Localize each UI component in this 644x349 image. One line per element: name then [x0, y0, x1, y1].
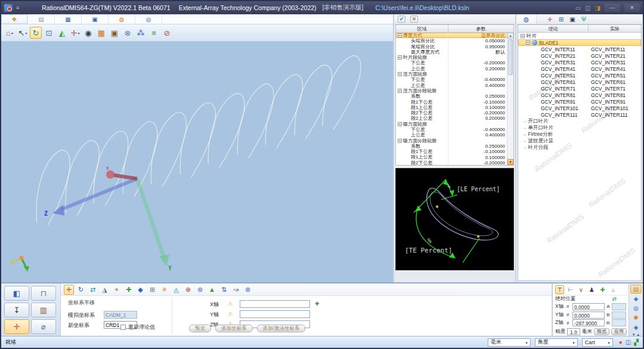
feature-filter-icon[interactable]: ≡ [148, 27, 160, 39]
param-row[interactable]: 系数 0.250000 [396, 94, 513, 99]
param-value[interactable] [448, 88, 513, 94]
param-value[interactable]: 默认 [448, 49, 513, 55]
param-value[interactable]: 边界百分比 [448, 33, 513, 38]
camera-capture-icon[interactable]: ▣ [568, 15, 577, 23]
collapse-icon[interactable] [521, 34, 525, 38]
param-row[interactable]: 厚度方式 边界百分比 [396, 33, 513, 38]
add-activate-csys-button[interactable]: 添加/激活坐标系 [257, 325, 306, 332]
position-preview-button[interactable]: 预览 [594, 328, 609, 335]
column-theoretical[interactable]: 理论 [518, 25, 589, 32]
delete-feature-icon[interactable]: ⊗ [122, 27, 134, 39]
collapse-icon[interactable] [398, 72, 402, 76]
param-row[interactable]: 系数 0.250000 [396, 144, 513, 149]
home-position-icon[interactable]: ⌂ [609, 285, 618, 294]
csys-axis-point-icon[interactable]: ✚ [123, 285, 134, 295]
csys-translate-icon[interactable]: ✛ [64, 285, 74, 295]
tree-module-item[interactable]: – Firtree分析 [518, 131, 641, 138]
param-row[interactable]: 叶片段轮廓 [396, 55, 513, 60]
csys-transform-icon[interactable]: ⊛ [243, 285, 253, 295]
tree-module-item[interactable]: – 波纹度计算 [518, 138, 641, 144]
param-value[interactable]: -0.100000 [448, 99, 513, 105]
csys-cad-align-icon[interactable]: ▲ [207, 285, 217, 295]
param-value[interactable] [448, 55, 513, 60]
layout-windows-icon[interactable]: ▭ [575, 5, 581, 11]
position-apply-button[interactable]: 应用 [611, 328, 627, 335]
param-row[interactable]: 段1下公差 -0.100000 [396, 149, 513, 154]
select-arrow-icon[interactable]: ↖ [17, 27, 29, 39]
fit-view-icon[interactable]: ◭ [56, 27, 68, 39]
param-row[interactable]: 下公差 -0.400000 [396, 127, 513, 132]
close-panel-icon[interactable]: ✕ [410, 15, 418, 23]
param-row[interactable]: 下公差 -0.400000 [396, 77, 513, 82]
param-row[interactable]: 段1上公差 0.100000 [396, 155, 513, 160]
tree-feature-row[interactable]: GCV_INTER61 GCV_INTER61 [518, 79, 641, 85]
add-position-icon[interactable]: ✚ [598, 285, 607, 294]
column-actual[interactable]: 实际 [589, 25, 641, 32]
b-angle-value[interactable] [612, 311, 626, 319]
tab-measure[interactable]: ❖ [1, 14, 28, 24]
collapse-icon[interactable] [398, 55, 402, 60]
tree-blade-node-selected[interactable]: BLADE1 [518, 39, 641, 46]
csys-iterative-icon[interactable]: ⊞ [147, 285, 157, 295]
param-value[interactable]: 0.400000 [448, 83, 513, 88]
param-row[interactable]: 压力面分段轮廓 [396, 88, 513, 94]
param-value[interactable]: 0.250000 [448, 144, 513, 149]
csys-rotate-icon[interactable]: ↻ [76, 285, 86, 295]
tab-display[interactable]: ▣ [82, 14, 109, 24]
y-position-value[interactable]: 0.0000 [572, 311, 605, 319]
tree-module-item[interactable]: – 单开口叶片 [518, 124, 641, 131]
csys-plane-line-point-icon[interactable]: ⌖ [112, 285, 122, 295]
x-offset-input[interactable] [240, 300, 310, 308]
add-point-icon[interactable]: ✚ [315, 301, 320, 307]
csys-bestfit-icon[interactable]: ◆ [135, 285, 145, 295]
close-button[interactable]: ✕ [624, 4, 640, 12]
view-refresh-icon[interactable]: ↻ [30, 27, 42, 39]
param-value[interactable] [448, 71, 513, 77]
tree-root-blade-group[interactable]: 叶片 [518, 33, 641, 39]
param-value[interactable]: 0.250000 [448, 94, 513, 99]
r-angle-value[interactable] [612, 319, 626, 326]
csys-part-icon[interactable]: ⊚ [195, 285, 205, 295]
preview-button[interactable]: 预览 [189, 325, 211, 332]
eye-visibility-icon[interactable]: ◉ [82, 27, 94, 39]
csys-rps-icon[interactable]: ✳ [159, 285, 169, 295]
fixture-button[interactable]: ⊓ [31, 286, 56, 301]
part-display-icon[interactable]: ▤ [630, 285, 642, 294]
column-parameter[interactable]: 参数 [448, 25, 513, 32]
collapse-icon[interactable] [398, 89, 402, 93]
collision-icon[interactable]: ● [619, 339, 623, 345]
zoom-tool-icon[interactable]: ◎ [630, 304, 642, 313]
param-value[interactable]: 0.950000 [448, 44, 513, 49]
add-csys-button[interactable]: 添加坐标系 [215, 325, 253, 332]
param-row[interactable]: 段2上公差 0.200000 [396, 116, 513, 121]
csys-swap-axes-icon[interactable]: ⇄ [88, 285, 98, 295]
param-value[interactable]: -0.200000 [448, 60, 513, 66]
param-row[interactable]: 上公差 0.400000 [396, 132, 513, 138]
param-row[interactable]: 段1下公差 -0.100000 [396, 99, 513, 105]
point-cloud-icon[interactable]: ⁂ [135, 27, 147, 39]
param-row[interactable]: 段2下公差 -0.200000 [396, 110, 513, 116]
param-value[interactable] [448, 138, 513, 144]
tree-feature-row[interactable]: GCV_INTER21 GCV_INTER21 [518, 52, 641, 59]
joystick-icon[interactable]: ♟ [587, 285, 596, 294]
tree-feature-row[interactable]: GCV_INTER101 GCV_INTER101 [518, 105, 641, 111]
probe-display-icon[interactable]: ◈ [630, 294, 642, 303]
param-row[interactable]: 压力面轮廓 [396, 71, 513, 77]
tree-feature-row[interactable]: GCV_INTER81 GCV_INTER81 [518, 92, 641, 98]
dual-monitor-icon[interactable]: ◫ [585, 5, 590, 11]
z-position-value[interactable]: -287.9000 [572, 319, 605, 326]
param-row[interactable]: 吸力面轮廓 [396, 121, 513, 127]
snapshot-icon[interactable]: ▣ [109, 27, 120, 39]
x-position-value[interactable]: 0.0000 [572, 303, 605, 310]
tree-feature-row[interactable]: GCV_INTER41 GCV_INTER41 [518, 66, 641, 72]
quick-menu-icon[interactable]: ≡ [16, 5, 19, 11]
tree-feature-row[interactable]: GCV_INTER71 GCV_INTER71 [518, 85, 641, 92]
param-row[interactable]: 尾端百分比 0.950000 [396, 44, 513, 49]
csys-save-icon[interactable]: ⇅ [219, 285, 229, 295]
report-grid-icon[interactable]: ⊞ [556, 15, 566, 23]
display-color-icon[interactable]: ▦ [95, 27, 107, 39]
zoom-window-icon[interactable]: ⊡ [43, 27, 55, 39]
collapse-icon[interactable] [398, 33, 402, 38]
update-theoretical-checkbox[interactable] [120, 325, 126, 330]
collapse-icon[interactable] [526, 40, 530, 45]
